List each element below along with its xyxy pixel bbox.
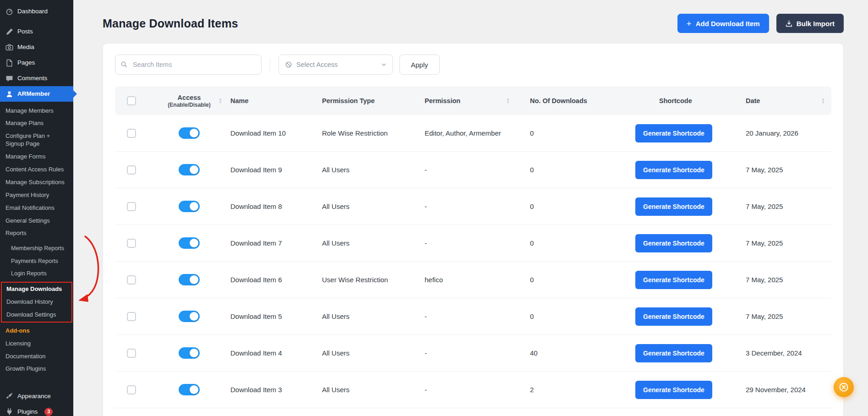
- plus-icon: +: [687, 19, 692, 28]
- downloads-count: 0: [530, 312, 635, 320]
- sidebar-item-comments[interactable]: Comments: [0, 71, 73, 86]
- sidebar-item-payments-reports[interactable]: Payments Reports: [0, 255, 73, 267]
- sidebar-item-email-notifications[interactable]: Email Notifications: [0, 202, 73, 214]
- generate-shortcode-button[interactable]: Generate Shortcode: [635, 124, 712, 142]
- select-all-checkbox[interactable]: [127, 96, 136, 105]
- sidebar-item-login-reports[interactable]: Login Reports: [0, 267, 73, 279]
- sidebar-item-download-settings[interactable]: Download Settings: [2, 308, 71, 321]
- sidebar-item-reports[interactable]: Reports: [0, 227, 73, 240]
- sidebar-item-appearance[interactable]: Appearance: [0, 389, 73, 404]
- table-row: Download Item 3 All Users - 2 Generate S…: [115, 372, 831, 408]
- media-icon: [5, 43, 13, 51]
- access-toggle[interactable]: [179, 237, 200, 249]
- close-floating-button[interactable]: [834, 377, 854, 397]
- sidebar-item-licensing[interactable]: Licensing: [0, 337, 73, 350]
- access-toggle[interactable]: [179, 164, 200, 175]
- item-name: Download Item 7: [230, 239, 322, 247]
- sidebar-label: Media: [17, 44, 34, 51]
- annotation-highlight-box: Manage Downloads Download History Downlo…: [1, 282, 72, 323]
- sidebar-item-manage-subscriptions[interactable]: Manage Subscriptions: [0, 176, 73, 189]
- generate-shortcode-button[interactable]: Generate Shortcode: [635, 161, 712, 179]
- search-input[interactable]: [115, 55, 262, 75]
- downloads-count: 0: [530, 203, 635, 210]
- sidebar-item-armember[interactable]: ARMember: [0, 86, 73, 102]
- generate-shortcode-button[interactable]: Generate Shortcode: [635, 381, 712, 399]
- sidebar-item-general-settings[interactable]: General Settings: [0, 214, 73, 227]
- filter-divider: [270, 58, 270, 71]
- access-toggle[interactable]: [179, 384, 200, 395]
- sidebar-item-posts[interactable]: Posts: [0, 24, 73, 39]
- sidebar-item-dashboard[interactable]: Dashboard: [0, 4, 73, 19]
- bulk-import-button[interactable]: Bulk Import: [776, 14, 844, 33]
- row-checkbox[interactable]: [127, 349, 136, 358]
- row-checkbox[interactable]: [127, 165, 136, 175]
- apply-button[interactable]: Apply: [399, 55, 440, 75]
- table-row: Download Item 9 All Users - 0 Generate S…: [115, 152, 831, 188]
- sidebar-item-addons[interactable]: Add-ons: [0, 324, 73, 337]
- column-permission: Permission ▲▼: [425, 97, 530, 104]
- sidebar-item-content-access-rules[interactable]: Content Access Rules: [0, 163, 73, 176]
- sidebar-item-manage-members[interactable]: Manage Members: [0, 104, 73, 117]
- sidebar-label: Plugins: [17, 408, 38, 416]
- admin-sidebar: Dashboard Posts Media Pages Comments ARM…: [0, 0, 73, 416]
- sidebar-item-plugins[interactable]: Plugins 3: [0, 404, 73, 416]
- row-checkbox[interactable]: [127, 385, 136, 394]
- access-toggle[interactable]: [179, 127, 200, 139]
- sidebar-item-manage-downloads[interactable]: Manage Downloads: [2, 283, 71, 296]
- access-toggle[interactable]: [179, 347, 200, 359]
- sort-access[interactable]: ▲▼: [218, 98, 222, 104]
- permission: -: [425, 349, 530, 357]
- downloads-count: 0: [530, 239, 635, 247]
- row-checkbox[interactable]: [127, 275, 136, 285]
- sidebar-item-manage-plans[interactable]: Manage Plans: [0, 117, 73, 130]
- sidebar-item-growth-plugins[interactable]: Growth Plugins: [0, 363, 73, 376]
- generate-shortcode-button[interactable]: Generate Shortcode: [635, 197, 712, 216]
- close-circle-icon: [838, 382, 849, 393]
- table-row: Download Item 5 All Users - 0 Generate S…: [115, 298, 831, 335]
- main-content: Manage Download Items + Add Download Ite…: [73, 0, 868, 416]
- sidebar-item-configure-plan[interactable]: Configure Plan + Signup Page: [0, 130, 73, 151]
- sort-permission[interactable]: ▲▼: [506, 98, 510, 104]
- sidebar-item-media[interactable]: Media: [0, 39, 73, 55]
- sidebar-item-documentation[interactable]: Documentation: [0, 350, 73, 363]
- generate-shortcode-button[interactable]: Generate Shortcode: [635, 307, 712, 326]
- row-checkbox[interactable]: [127, 202, 136, 211]
- sidebar-label: Appearance: [17, 393, 51, 400]
- access-select[interactable]: Select Access: [278, 55, 393, 75]
- permission-type: Role Wise Restriction: [322, 129, 425, 137]
- item-date: 7 May, 2025: [746, 203, 831, 210]
- item-date: 3 December, 2024: [746, 349, 831, 357]
- sidebar-item-payment-history[interactable]: Payment History: [0, 189, 73, 202]
- row-checkbox[interactable]: [127, 312, 136, 321]
- sidebar-label: Comments: [17, 75, 47, 82]
- item-name: Download Item 10: [230, 129, 322, 137]
- access-toggle[interactable]: [179, 274, 200, 285]
- search-box: [115, 55, 262, 75]
- generate-shortcode-button[interactable]: Generate Shortcode: [635, 234, 712, 252]
- item-date: 29 November, 2024: [746, 386, 831, 394]
- generate-shortcode-button[interactable]: Generate Shortcode: [635, 271, 712, 289]
- posts-icon: [5, 27, 13, 36]
- row-checkbox[interactable]: [127, 129, 136, 138]
- downloads-count: 40: [530, 349, 635, 357]
- table-row: Download Item 8 All Users - 0 Generate S…: [115, 188, 831, 225]
- access-toggle[interactable]: [179, 201, 200, 212]
- sidebar-item-download-history[interactable]: Download History: [2, 296, 71, 308]
- column-shortcode: Shortcode: [635, 97, 746, 104]
- generate-shortcode-button[interactable]: Generate Shortcode: [635, 344, 712, 362]
- plugins-icon: [5, 408, 13, 416]
- item-name: Download Item 8: [230, 203, 322, 210]
- permission: -: [425, 166, 530, 174]
- access-toggle[interactable]: [179, 311, 200, 322]
- sidebar-item-membership-reports[interactable]: Membership Reports: [0, 242, 73, 255]
- add-download-item-button[interactable]: + Add Download Item: [677, 14, 769, 33]
- downloads-count: 0: [530, 129, 635, 137]
- sidebar-item-pages[interactable]: Pages: [0, 55, 73, 71]
- sort-date[interactable]: ▲▼: [821, 98, 825, 104]
- item-date: 20 January, 2026: [746, 129, 831, 137]
- row-checkbox[interactable]: [127, 239, 136, 248]
- sidebar-item-manage-forms[interactable]: Manage Forms: [0, 151, 73, 164]
- page-title: Manage Download Items: [103, 17, 238, 30]
- column-name: Name: [230, 97, 322, 104]
- table-row: Download Item 7 All Users - 0 Generate S…: [115, 225, 831, 262]
